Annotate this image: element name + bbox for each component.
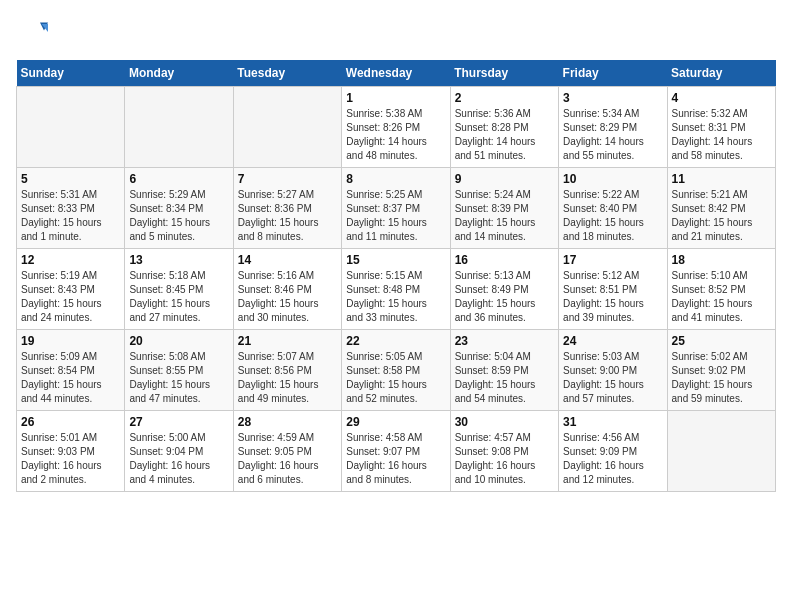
day-cell (17, 87, 125, 168)
day-info: Sunrise: 4:59 AMSunset: 9:05 PMDaylight:… (238, 431, 337, 487)
day-info: Sunrise: 5:36 AMSunset: 8:28 PMDaylight:… (455, 107, 554, 163)
page-header (16, 16, 776, 48)
day-cell: 22Sunrise: 5:05 AMSunset: 8:58 PMDayligh… (342, 330, 450, 411)
day-info: Sunrise: 5:15 AMSunset: 8:48 PMDaylight:… (346, 269, 445, 325)
day-cell: 27Sunrise: 5:00 AMSunset: 9:04 PMDayligh… (125, 411, 233, 492)
day-info: Sunrise: 5:16 AMSunset: 8:46 PMDaylight:… (238, 269, 337, 325)
day-cell: 8Sunrise: 5:25 AMSunset: 8:37 PMDaylight… (342, 168, 450, 249)
day-info: Sunrise: 5:08 AMSunset: 8:55 PMDaylight:… (129, 350, 228, 406)
day-info: Sunrise: 5:31 AMSunset: 8:33 PMDaylight:… (21, 188, 120, 244)
day-info: Sunrise: 5:32 AMSunset: 8:31 PMDaylight:… (672, 107, 771, 163)
day-info: Sunrise: 5:04 AMSunset: 8:59 PMDaylight:… (455, 350, 554, 406)
day-cell: 28Sunrise: 4:59 AMSunset: 9:05 PMDayligh… (233, 411, 341, 492)
weekday-header-friday: Friday (559, 60, 667, 87)
day-cell: 10Sunrise: 5:22 AMSunset: 8:40 PMDayligh… (559, 168, 667, 249)
day-cell: 20Sunrise: 5:08 AMSunset: 8:55 PMDayligh… (125, 330, 233, 411)
day-cell: 16Sunrise: 5:13 AMSunset: 8:49 PMDayligh… (450, 249, 558, 330)
day-number: 1 (346, 91, 445, 105)
day-cell: 26Sunrise: 5:01 AMSunset: 9:03 PMDayligh… (17, 411, 125, 492)
day-info: Sunrise: 5:24 AMSunset: 8:39 PMDaylight:… (455, 188, 554, 244)
day-number: 6 (129, 172, 228, 186)
day-cell: 12Sunrise: 5:19 AMSunset: 8:43 PMDayligh… (17, 249, 125, 330)
day-info: Sunrise: 5:22 AMSunset: 8:40 PMDaylight:… (563, 188, 662, 244)
day-number: 11 (672, 172, 771, 186)
day-number: 30 (455, 415, 554, 429)
day-info: Sunrise: 5:29 AMSunset: 8:34 PMDaylight:… (129, 188, 228, 244)
weekday-header-wednesday: Wednesday (342, 60, 450, 87)
day-number: 17 (563, 253, 662, 267)
day-info: Sunrise: 4:58 AMSunset: 9:07 PMDaylight:… (346, 431, 445, 487)
day-number: 23 (455, 334, 554, 348)
logo (16, 16, 52, 48)
weekday-header-monday: Monday (125, 60, 233, 87)
day-cell: 17Sunrise: 5:12 AMSunset: 8:51 PMDayligh… (559, 249, 667, 330)
day-cell: 29Sunrise: 4:58 AMSunset: 9:07 PMDayligh… (342, 411, 450, 492)
day-cell: 2Sunrise: 5:36 AMSunset: 8:28 PMDaylight… (450, 87, 558, 168)
calendar-table: SundayMondayTuesdayWednesdayThursdayFrid… (16, 60, 776, 492)
week-row-4: 19Sunrise: 5:09 AMSunset: 8:54 PMDayligh… (17, 330, 776, 411)
day-cell: 11Sunrise: 5:21 AMSunset: 8:42 PMDayligh… (667, 168, 775, 249)
day-number: 12 (21, 253, 120, 267)
day-info: Sunrise: 5:00 AMSunset: 9:04 PMDaylight:… (129, 431, 228, 487)
day-info: Sunrise: 5:27 AMSunset: 8:36 PMDaylight:… (238, 188, 337, 244)
day-number: 31 (563, 415, 662, 429)
day-info: Sunrise: 5:13 AMSunset: 8:49 PMDaylight:… (455, 269, 554, 325)
day-info: Sunrise: 5:19 AMSunset: 8:43 PMDaylight:… (21, 269, 120, 325)
logo-icon (16, 16, 48, 48)
weekday-header-sunday: Sunday (17, 60, 125, 87)
day-cell: 30Sunrise: 4:57 AMSunset: 9:08 PMDayligh… (450, 411, 558, 492)
day-cell: 5Sunrise: 5:31 AMSunset: 8:33 PMDaylight… (17, 168, 125, 249)
day-number: 29 (346, 415, 445, 429)
day-number: 13 (129, 253, 228, 267)
day-info: Sunrise: 4:56 AMSunset: 9:09 PMDaylight:… (563, 431, 662, 487)
day-number: 2 (455, 91, 554, 105)
day-number: 24 (563, 334, 662, 348)
day-number: 19 (21, 334, 120, 348)
day-info: Sunrise: 5:07 AMSunset: 8:56 PMDaylight:… (238, 350, 337, 406)
day-number: 7 (238, 172, 337, 186)
day-cell: 14Sunrise: 5:16 AMSunset: 8:46 PMDayligh… (233, 249, 341, 330)
week-row-2: 5Sunrise: 5:31 AMSunset: 8:33 PMDaylight… (17, 168, 776, 249)
day-number: 3 (563, 91, 662, 105)
day-info: Sunrise: 5:12 AMSunset: 8:51 PMDaylight:… (563, 269, 662, 325)
day-info: Sunrise: 5:05 AMSunset: 8:58 PMDaylight:… (346, 350, 445, 406)
day-number: 20 (129, 334, 228, 348)
day-cell: 23Sunrise: 5:04 AMSunset: 8:59 PMDayligh… (450, 330, 558, 411)
day-info: Sunrise: 5:10 AMSunset: 8:52 PMDaylight:… (672, 269, 771, 325)
day-cell: 7Sunrise: 5:27 AMSunset: 8:36 PMDaylight… (233, 168, 341, 249)
day-info: Sunrise: 5:01 AMSunset: 9:03 PMDaylight:… (21, 431, 120, 487)
day-number: 21 (238, 334, 337, 348)
day-cell: 3Sunrise: 5:34 AMSunset: 8:29 PMDaylight… (559, 87, 667, 168)
day-cell: 24Sunrise: 5:03 AMSunset: 9:00 PMDayligh… (559, 330, 667, 411)
day-cell: 6Sunrise: 5:29 AMSunset: 8:34 PMDaylight… (125, 168, 233, 249)
day-cell (667, 411, 775, 492)
day-info: Sunrise: 5:38 AMSunset: 8:26 PMDaylight:… (346, 107, 445, 163)
day-number: 16 (455, 253, 554, 267)
day-number: 18 (672, 253, 771, 267)
day-number: 8 (346, 172, 445, 186)
day-info: Sunrise: 4:57 AMSunset: 9:08 PMDaylight:… (455, 431, 554, 487)
day-cell: 13Sunrise: 5:18 AMSunset: 8:45 PMDayligh… (125, 249, 233, 330)
day-info: Sunrise: 5:09 AMSunset: 8:54 PMDaylight:… (21, 350, 120, 406)
day-number: 5 (21, 172, 120, 186)
day-number: 27 (129, 415, 228, 429)
day-info: Sunrise: 5:25 AMSunset: 8:37 PMDaylight:… (346, 188, 445, 244)
day-cell: 15Sunrise: 5:15 AMSunset: 8:48 PMDayligh… (342, 249, 450, 330)
day-info: Sunrise: 5:21 AMSunset: 8:42 PMDaylight:… (672, 188, 771, 244)
day-cell: 19Sunrise: 5:09 AMSunset: 8:54 PMDayligh… (17, 330, 125, 411)
day-number: 25 (672, 334, 771, 348)
day-info: Sunrise: 5:03 AMSunset: 9:00 PMDaylight:… (563, 350, 662, 406)
weekday-header-saturday: Saturday (667, 60, 775, 87)
day-cell: 18Sunrise: 5:10 AMSunset: 8:52 PMDayligh… (667, 249, 775, 330)
day-number: 14 (238, 253, 337, 267)
day-number: 22 (346, 334, 445, 348)
day-number: 10 (563, 172, 662, 186)
weekday-header-tuesday: Tuesday (233, 60, 341, 87)
day-info: Sunrise: 5:02 AMSunset: 9:02 PMDaylight:… (672, 350, 771, 406)
day-number: 9 (455, 172, 554, 186)
day-info: Sunrise: 5:18 AMSunset: 8:45 PMDaylight:… (129, 269, 228, 325)
day-number: 28 (238, 415, 337, 429)
weekday-header-row: SundayMondayTuesdayWednesdayThursdayFrid… (17, 60, 776, 87)
day-cell (233, 87, 341, 168)
day-cell: 25Sunrise: 5:02 AMSunset: 9:02 PMDayligh… (667, 330, 775, 411)
